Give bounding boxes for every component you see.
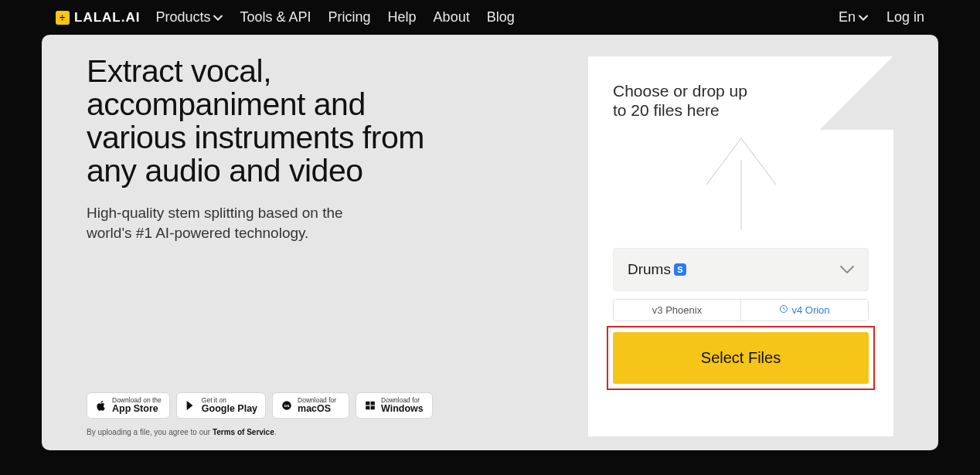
stem-badge-icon: S: [674, 263, 686, 276]
nav-products[interactable]: Products: [155, 9, 223, 25]
macos-big: macOS: [298, 404, 336, 414]
language-selector[interactable]: En: [839, 9, 868, 25]
nav-pricing[interactable]: Pricing: [328, 9, 371, 25]
navbar-left: ÷ LALAL.AI Products Tools & API Pricing …: [56, 9, 515, 25]
version-toggle: v3 Phoenix v4 Orion: [613, 299, 869, 321]
chevron-down-icon: [840, 261, 854, 278]
version-v4-label: v4 Orion: [791, 304, 829, 316]
terms-suffix: .: [274, 428, 277, 436]
svg-text:os: os: [284, 403, 290, 408]
drop-instruction: Choose or drop up to 20 files here: [613, 81, 752, 120]
windows-big: Windows: [381, 404, 424, 414]
top-navbar: ÷ LALAL.AI Products Tools & API Pricing …: [0, 0, 980, 35]
nav-tools-api[interactable]: Tools & API: [240, 9, 311, 25]
appstore-big: App Store: [112, 404, 162, 414]
svg-rect-2: [366, 402, 369, 405]
stem-selected-label: Drums S: [628, 261, 686, 278]
upload-arrow-icon: [699, 131, 784, 234]
version-v3-label: v3 Phoenix: [652, 304, 702, 316]
primary-nav: Products Tools & API Pricing Help About …: [155, 9, 514, 25]
terms-text: By uploading a file, you agree to our Te…: [87, 428, 557, 436]
hero-left-column: Extract vocal, accompaniment and various…: [87, 55, 588, 436]
login-link[interactable]: Log in: [886, 9, 924, 25]
version-v4-button[interactable]: v4 Orion: [740, 300, 868, 321]
select-files-label: Select Files: [701, 349, 781, 366]
stem-selected-text: Drums: [628, 261, 671, 278]
googleplay-button[interactable]: Get it on Google Play: [176, 392, 266, 419]
googleplay-big: Google Play: [202, 404, 257, 414]
upload-card[interactable]: Choose or drop up to 20 files here Drums…: [588, 56, 893, 436]
hero-headline: Extract vocal, accompaniment and various…: [87, 55, 450, 188]
hero-card: Extract vocal, accompaniment and various…: [42, 35, 938, 450]
brand-name: LALAL.AI: [74, 10, 140, 25]
svg-rect-4: [366, 406, 369, 410]
select-files-button[interactable]: Select Files: [613, 332, 869, 384]
clock-icon: [779, 304, 788, 316]
windows-button[interactable]: Download for Windows: [356, 392, 433, 419]
chevron-down-icon: [859, 15, 868, 21]
terms-link[interactable]: Terms of Service: [213, 428, 274, 436]
macos-icon: os: [281, 399, 293, 412]
chevron-down-icon: [213, 15, 223, 21]
svg-rect-3: [371, 402, 375, 405]
logo-mark-icon: ÷: [56, 11, 70, 25]
version-v3-button[interactable]: v3 Phoenix: [614, 300, 740, 321]
brand-logo[interactable]: ÷ LALAL.AI: [56, 10, 140, 25]
terms-prefix: By uploading a file, you agree to our: [87, 428, 213, 436]
hero-subhead: High-quality stem splitting based on the…: [87, 203, 380, 243]
appstore-button[interactable]: Download on the App Store: [87, 392, 170, 419]
stem-dropdown[interactable]: Drums S: [613, 248, 869, 291]
select-files-highlight: Select Files: [607, 326, 875, 390]
nav-blog[interactable]: Blog: [487, 9, 515, 25]
nav-about[interactable]: About: [434, 9, 470, 25]
nav-products-label: Products: [155, 9, 210, 25]
apple-icon: [95, 399, 107, 412]
language-label: En: [839, 9, 856, 25]
macos-button[interactable]: os Download for macOS: [272, 392, 349, 419]
googleplay-icon: [185, 399, 197, 412]
navbar-right: En Log in: [839, 9, 924, 25]
svg-rect-5: [371, 406, 375, 410]
nav-help[interactable]: Help: [388, 9, 417, 25]
download-store-row: Download on the App Store Get it on Goog…: [87, 392, 557, 419]
windows-icon: [364, 399, 376, 412]
